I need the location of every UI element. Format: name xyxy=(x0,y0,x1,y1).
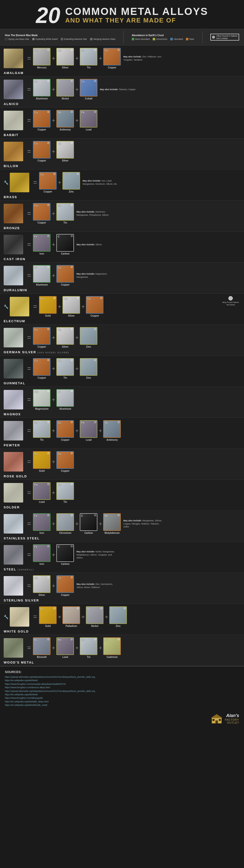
alloy-top-row: 🔧 = Cu Copper + Zn xyxy=(4,172,240,193)
plus-sign: + xyxy=(52,86,55,93)
equals-sign: = xyxy=(27,117,31,124)
magnesium-label: Magnesium xyxy=(35,407,48,410)
zinc-img: Zn xyxy=(80,327,97,345)
tin-label: Tin xyxy=(63,221,67,224)
footer-logo[interactable]: Alan's Factory Outlet xyxy=(211,713,239,724)
copper-img: Cu xyxy=(33,358,50,376)
molybdenum-img: Mo xyxy=(103,513,121,531)
tin-label: Tin xyxy=(63,501,67,503)
element-icons xyxy=(47,452,49,454)
lead-symbol: Pb xyxy=(58,638,61,641)
lead-img: Pb xyxy=(56,638,74,655)
carbon-label: Carbon xyxy=(84,532,93,534)
aluminum-label: Aluminum xyxy=(36,283,48,286)
plus-sign: + xyxy=(52,645,55,651)
alloy-image xyxy=(4,266,23,285)
element-icons xyxy=(47,235,49,237)
header-title-block: COMMON METAL ALLOYS AND WHAT THEY ARE MA… xyxy=(65,6,208,24)
component-zinc: Zn Zinc xyxy=(80,327,97,348)
silver-label: Silver xyxy=(62,345,69,348)
component-gold: Au Gold xyxy=(39,296,57,317)
alloy-sub-label: (GENERAL) xyxy=(18,568,34,571)
element-icons xyxy=(94,514,96,516)
may-also-note: May also include: Aluminum, Manganese, P… xyxy=(76,210,115,216)
silver-img: Ag xyxy=(56,327,74,345)
alloy-name-label: ALNICO xyxy=(4,102,19,106)
tin-label: Tin xyxy=(63,376,67,379)
how-made-icon xyxy=(94,80,96,82)
silver-img: Ag xyxy=(56,48,74,65)
plus-sign: + xyxy=(52,334,55,341)
source-item: https://en.wikipedia.org/wiki/table_allo… xyxy=(5,700,239,703)
component-mercury: Hg Mercury xyxy=(33,48,50,69)
component-silver: Ag Silver xyxy=(33,575,50,596)
dying-star-label: Dying Low-Mass Star xyxy=(8,38,29,40)
lead-img: Pb xyxy=(80,420,97,438)
copper-img: Cu xyxy=(33,110,50,127)
alloy-name-label: BILLON xyxy=(4,164,18,168)
silver-img: Ag xyxy=(33,575,50,593)
alloy-image xyxy=(4,204,23,223)
alloy-row-amalgam: = Hg Mercury + Ag xyxy=(0,45,244,76)
alloy-sub-label: (AKA NICKEL SILVER) xyxy=(37,351,69,354)
component-copper: Cu Copper xyxy=(33,110,50,131)
copper-label: Copper xyxy=(61,283,70,286)
how-made-icon xyxy=(54,607,56,609)
found-in-nature-text: Alloy Found Nature Not Metal xyxy=(221,301,240,306)
formula-area: Sn Tin + Cu Copper + P xyxy=(33,420,240,441)
silver-img: Ag xyxy=(56,141,74,159)
legend-how: How The Element Was Made Dying Low-Mass … xyxy=(5,34,115,40)
source-item: https://www.thoughtco.com/everyday-alloy… xyxy=(5,682,239,686)
component-aluminum: Al Aluminum xyxy=(33,265,50,286)
copper-img: Cu xyxy=(39,172,57,190)
element-icons xyxy=(71,49,73,51)
equals-sign: = xyxy=(27,551,31,559)
tin-symbol: Sn xyxy=(58,204,61,207)
molybdenum-label: Molybdenum xyxy=(105,532,120,534)
alloy-name-label: STEEL(GENERAL) xyxy=(4,567,34,571)
sources-list: https://upload.wikimedia.org/wikipedia/c… xyxy=(5,675,239,707)
legend-divider-1 xyxy=(124,31,124,43)
how-made-icon xyxy=(117,421,119,423)
alloy-row-sterling-silver: = Ag Silver + Cu xyxy=(0,573,244,604)
source-item: https://www.thoughtco.com/alloysguide xyxy=(5,696,239,700)
element-icons xyxy=(94,421,96,423)
source-item: https://upload.wikimedia.org/wikipedia/c… xyxy=(5,675,239,679)
iron-symbol: Fe xyxy=(34,545,37,548)
lead-symbol: Pb xyxy=(34,483,38,486)
how-made-icon xyxy=(47,111,49,113)
formula-area: Mg Magnesium + Al Aluminum xyxy=(33,389,240,410)
alloy-found-label: Alloy Found in Nature xyxy=(216,35,237,37)
copper-img: Cu xyxy=(33,327,50,345)
component-gold: Au Gold xyxy=(39,607,57,627)
antimony-label: Antimony xyxy=(106,438,117,441)
component-palladium: Pd Palladium xyxy=(63,607,80,627)
alloy-row-white-gold: 🔧 = Au Gold + Pd xyxy=(0,604,244,635)
aluminum-img: Al xyxy=(33,79,50,96)
plus-sign: + xyxy=(75,55,78,62)
cobalt-img: Co xyxy=(80,79,97,96)
bismuth-label: Bismuth xyxy=(37,656,46,658)
silver-symbol: Ag xyxy=(34,576,38,579)
tin-img: Sn xyxy=(56,358,74,376)
element-icons xyxy=(54,297,56,299)
carbon-img: C xyxy=(56,544,74,562)
iron-symbol: Fe xyxy=(34,235,37,238)
formula-area: Al Aluminum + Ni Nickel + xyxy=(33,79,240,100)
cadmium-label: Cadmium xyxy=(107,656,118,658)
nickel-symbol: Ni xyxy=(87,607,90,610)
component-copper: Cu Copper xyxy=(33,141,50,162)
how-made-icon xyxy=(124,607,126,609)
equals-sign: = xyxy=(33,303,37,311)
tin-symbol: Sn xyxy=(34,421,38,424)
cobalt-label: Cobalt xyxy=(85,97,93,100)
header-title-line2: AND WHAT THEY ARE MADE OF xyxy=(65,17,208,24)
how-made-icon xyxy=(94,49,96,51)
alloy-top-row: = Cu Copper + Sn xyxy=(4,358,240,379)
iron-label: Iron xyxy=(39,532,44,534)
legend-abundance-items: Most Abundant Uncommon Abundant Rare xyxy=(132,38,194,40)
component-magnesium: Mg Magnesium xyxy=(33,389,50,410)
carbon-symbol: C xyxy=(58,545,60,548)
gold-img: Au xyxy=(33,451,50,469)
iron-img: Fe xyxy=(33,513,50,531)
